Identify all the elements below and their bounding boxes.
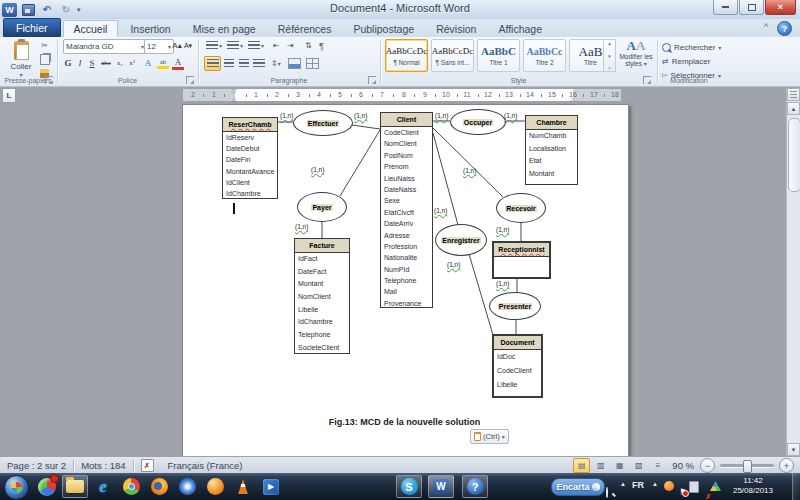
zoom-in-button[interactable]: + <box>779 458 794 473</box>
hanging-indent-marker[interactable]: △ <box>232 96 237 102</box>
justify-button[interactable] <box>251 57 266 70</box>
tab-fichier[interactable]: Fichier <box>3 18 61 37</box>
numbering-button[interactable]: ▾ <box>227 39 243 52</box>
bullets-button[interactable]: ▾ <box>206 39 222 52</box>
tray-chevron-icon[interactable]: ▲ <box>652 481 658 487</box>
magnifier-icon[interactable] <box>606 487 608 498</box>
tab-accueil[interactable]: Accueil <box>63 20 119 37</box>
style-gallery-scroll[interactable]: ▴▾▿ <box>603 39 616 72</box>
copy-button[interactable] <box>38 54 51 65</box>
language-indicator-icon[interactable]: FR <box>632 480 644 490</box>
shrink-font-button[interactable]: A▾ <box>182 39 194 52</box>
taskbar-firefox[interactable] <box>146 475 172 498</box>
taskbar-internet-explorer[interactable]: e <box>90 475 116 498</box>
taskbar-skype[interactable]: S <box>396 475 422 498</box>
scrollbar-thumb[interactable] <box>788 118 800 192</box>
language-status[interactable]: Français (France) <box>161 457 250 474</box>
view-web-layout-button[interactable]: ▦ <box>611 458 628 473</box>
tab-selector[interactable]: L <box>2 88 16 103</box>
view-draft-button[interactable]: ≡ <box>649 458 666 473</box>
italic-button[interactable]: I <box>74 58 86 68</box>
taskbar-help[interactable]: ? <box>462 475 488 498</box>
line-spacing-button[interactable]: ⇕▾ <box>271 59 281 68</box>
remplacer-button[interactable]: ⇄Remplacer <box>662 55 710 67</box>
rechercher-button[interactable]: Rechercher▾ <box>662 41 721 53</box>
document-page[interactable] <box>182 104 629 458</box>
zoom-slider-thumb[interactable] <box>743 460 752 473</box>
paragraph-dialog-launcher[interactable] <box>368 76 376 84</box>
bold-button[interactable]: G <box>62 58 74 68</box>
font-size-select[interactable]: 12▾ <box>144 39 174 54</box>
font-color-button[interactable]: A <box>172 57 184 70</box>
view-print-layout-button[interactable]: ▤ <box>573 458 590 473</box>
zoom-level[interactable]: 90 % <box>672 460 694 471</box>
strikethrough-button[interactable]: abc <box>98 59 114 67</box>
encarta-search[interactable]: Encarta <box>551 478 605 496</box>
clipboard-tool-icon[interactable] <box>689 481 699 493</box>
vertical-scrollbar[interactable]: ▲ ▼ <box>786 88 800 456</box>
taskbar-clock[interactable]: 11:42 25/08/2013 <box>722 476 784 496</box>
start-button[interactable] <box>4 475 29 500</box>
proofing-status[interactable]: ✗ <box>134 457 161 474</box>
minimize-button[interactable] <box>713 0 738 15</box>
tab-r-f-rences[interactable]: Références <box>268 21 342 37</box>
align-left-button[interactable] <box>204 56 221 71</box>
hidden-icons-chevron-icon[interactable]: ▲ <box>620 481 626 487</box>
change-styles-button[interactable]: AA Modifier les styles ▾ <box>618 39 654 70</box>
taskbar-vlc[interactable] <box>230 475 256 498</box>
word-count[interactable]: Mots : 184 <box>74 457 132 474</box>
style-card-titre-2[interactable]: AaBbCcTitre 2 <box>523 39 566 72</box>
superscript-button[interactable]: x² <box>126 59 138 67</box>
clipboard-dialog-launcher[interactable] <box>45 76 53 84</box>
page-indicator[interactable]: Page : 2 sur 2 <box>0 457 73 474</box>
help-icon[interactable]: ? <box>777 21 792 36</box>
style-card-titre-1[interactable]: AaBbCTitre 1 <box>477 39 520 72</box>
horizontal-ruler[interactable]: ▽ △ △ 21123456789101112131415161718 <box>182 88 622 102</box>
align-center-button[interactable] <box>221 57 236 70</box>
decrease-indent-button[interactable]: ⇤ <box>273 39 280 52</box>
style-card-normal[interactable]: AaBbCcDc¶ Normal <box>385 39 428 72</box>
multilevel-list-button[interactable]: ▾ <box>248 39 264 52</box>
text-effects-button[interactable]: A <box>142 58 154 68</box>
align-right-button[interactable] <box>236 57 251 70</box>
tab-affichage[interactable]: Affichage <box>488 21 552 37</box>
updater-icon[interactable] <box>664 481 674 491</box>
shading-button[interactable] <box>288 58 301 69</box>
close-button[interactable]: × <box>765 0 796 15</box>
taskbar-security-ball[interactable] <box>34 475 60 498</box>
increase-indent-button[interactable]: ⇥ <box>287 39 294 52</box>
font-dialog-launcher[interactable] <box>186 76 194 84</box>
taskbar-smplayer[interactable] <box>202 475 228 498</box>
underline-button[interactable]: S <box>86 58 98 68</box>
restore-button[interactable] <box>739 0 764 15</box>
style-dialog-launcher[interactable] <box>643 76 651 84</box>
taskbar-media-player[interactable]: ▶ <box>258 475 284 498</box>
paste-options-button[interactable]: (Ctrl) ▾ <box>470 429 509 444</box>
tab-insertion[interactable]: Insertion <box>120 21 180 37</box>
drive-sync-icon[interactable] <box>710 481 721 491</box>
view-fullscreen-button[interactable]: ▥ <box>592 458 609 473</box>
ruler-toggle-button[interactable] <box>787 88 800 101</box>
font-name-select[interactable]: Malandra GD▾ <box>63 39 147 54</box>
view-outline-button[interactable]: ▧ <box>630 458 647 473</box>
highlight-color-button[interactable]: ab <box>157 58 169 69</box>
style-card-sans-int[interactable]: AaBbCcDc¶ Sans int... <box>431 39 474 72</box>
cut-button[interactable]: ✂ <box>38 40 51 51</box>
borders-button[interactable] <box>306 58 319 69</box>
tab-mise-en-page[interactable]: Mise en page <box>183 21 266 37</box>
taskbar-chrome[interactable] <box>118 475 144 498</box>
collapse-ribbon-icon[interactable]: ^ <box>760 22 772 32</box>
first-line-indent-marker[interactable]: ▽ <box>232 88 237 94</box>
show-formatting-button[interactable]: ¶ <box>319 39 324 52</box>
subscript-button[interactable]: x₂ <box>114 59 126 67</box>
show-desktop-button[interactable] <box>792 473 800 500</box>
taskbar-word[interactable]: W <box>428 475 454 498</box>
zoom-slider[interactable] <box>720 464 774 467</box>
tab-r-vision[interactable]: Révision <box>426 21 486 37</box>
taskbar-media-disc[interactable] <box>174 475 200 498</box>
scroll-down-button[interactable]: ▼ <box>787 443 800 456</box>
taskbar-explorer[interactable] <box>62 475 88 498</box>
sort-button[interactable]: ⇅ <box>305 39 312 52</box>
tab-publipostage[interactable]: Publipostage <box>343 21 424 37</box>
action-center-flag-icon[interactable]: ⚑ <box>679 487 687 497</box>
